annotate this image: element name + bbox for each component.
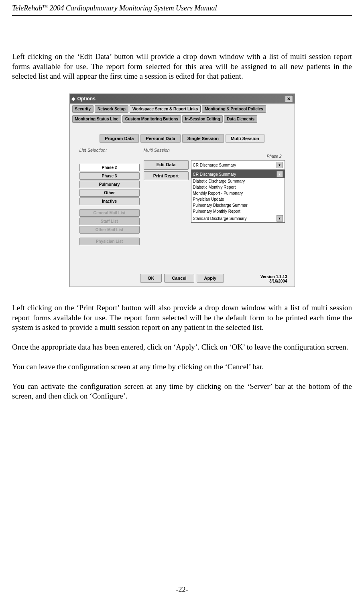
close-icon[interactable]: ✕ [285, 95, 293, 102]
physician-list-group: Physician List [79, 238, 140, 245]
header-rest: 2004 Cardiopulmonary Monitoring System U… [48, 4, 217, 12]
phase-2-button[interactable]: Phase 2 [79, 164, 140, 171]
paragraph-2: Left clicking on the ‘Print Report’ butt… [12, 303, 352, 333]
dropdown-selected-text: CR Discharge Summary [193, 163, 236, 167]
inactive-button[interactable]: Inactive [79, 197, 140, 205]
version-info: Version 1.1.13 3/16/2004 [260, 275, 287, 283]
app-icon: ◆ [71, 96, 75, 102]
mail-list-buttons: General Mail List Staff List Other Mail … [79, 209, 140, 234]
multi-session-label: Multi Session [144, 148, 285, 153]
dropdown-selected-value[interactable]: CR Discharge Summary ▼ [191, 160, 285, 170]
paragraph-3: Once the appropriate data has been enter… [12, 342, 352, 352]
chevron-down-icon[interactable]: ▼ [277, 162, 283, 168]
paragraph-1: Left clicking on the ‘Edit Data’ button … [12, 52, 352, 81]
other-button[interactable]: Other [79, 189, 140, 197]
edit-data-dropdown[interactable]: CR Discharge Summary ▼ CR Discharge Summ… [191, 160, 285, 170]
dialog-titlebar: ◆ Options ✕ [70, 94, 295, 104]
paragraph-4: You can leave the configuration screen a… [12, 362, 352, 372]
dropdown-item-6[interactable]: Pulmonary Monthly Report [191, 208, 285, 214]
scroll-down-icon[interactable]: ▼ [277, 215, 283, 222]
print-report-button[interactable]: Print Report [144, 171, 189, 180]
subtab-single-session[interactable]: Single Session [182, 134, 224, 143]
subtab-personal-data[interactable]: Personal Data [140, 134, 180, 143]
apply-button[interactable]: Apply [197, 274, 224, 283]
tab-custom-monitoring-buttons[interactable]: Custom Monitoring Buttons [122, 115, 181, 123]
dropdown-item-3[interactable]: Monthly Report - Pulmonary [191, 190, 285, 196]
tab-in-session-editing[interactable]: In-Session Editing [182, 115, 223, 123]
phase-3-button[interactable]: Phase 3 [79, 172, 140, 180]
tab-security[interactable]: Security [72, 105, 94, 113]
subtab-multi-session[interactable]: Multi Session [226, 134, 264, 143]
dropdown-item-2[interactable]: Diabetic Monthly Report [191, 184, 285, 190]
list-selection-label: List Selection: [79, 148, 140, 153]
tab-data-elements[interactable]: Data Elements [224, 115, 257, 123]
top-tabs-row-2: Monitoring Status Line Custom Monitoring… [70, 114, 295, 124]
physician-list-button: Physician List [79, 238, 140, 245]
edit-data-button[interactable]: Edit Data [144, 160, 189, 170]
screenshot-container: ◆ Options ✕ Security Network Setup Works… [12, 94, 352, 287]
content-area: List Selection: Phase 2 Phase 3 Pulmonar… [70, 148, 295, 245]
staff-list-button: Staff List [79, 218, 140, 225]
dropdown-item-7-text: Standard Discharge Summary [193, 216, 247, 221]
product-name: TeleRehab [12, 4, 42, 12]
tab-workspace-screen-report-links[interactable]: Workspace Screen & Report Links [130, 105, 201, 113]
other-mail-list-button: Other Mail List [79, 226, 140, 234]
pulmonary-button[interactable]: Pulmonary [79, 181, 140, 188]
subtab-program-data[interactable]: Program Data [100, 134, 139, 143]
multi-session-panel: Multi Session Phase 2 Edit Data CR Disch… [144, 148, 285, 245]
phase-button-list: Phase 2 Phase 3 Pulmonary Other Inactive [79, 164, 140, 205]
page-footer: -22- [0, 586, 364, 594]
dropdown-item-0[interactable]: CR Discharge Summary ▲ [191, 170, 285, 178]
paragraph-5: You can activate the configuration scree… [12, 382, 352, 401]
dropdown-item-5[interactable]: Pulmonary Discharge Summar [191, 202, 285, 208]
version-line-2: 3/16/2004 [260, 279, 287, 283]
options-dialog: ◆ Options ✕ Security Network Setup Works… [69, 94, 295, 287]
dropdown-item-4[interactable]: Physician Update [191, 196, 285, 202]
cancel-button[interactable]: Cancel [164, 274, 194, 283]
version-line-1: Version 1.1.13 [260, 275, 287, 279]
ok-button[interactable]: OK [140, 274, 162, 283]
top-tabs-row-1: Security Network Setup Workspace Screen … [70, 104, 295, 114]
dropdown-item-0-text: CR Discharge Summary [193, 172, 236, 177]
trademark-symbol: ™ [42, 4, 48, 10]
dropdown-list: CR Discharge Summary ▲ Diabetic Discharg… [191, 170, 285, 223]
page-header: TeleRehab™ 2004 Cardiopulmonary Monitori… [12, 4, 352, 16]
tab-network-setup[interactable]: Network Setup [95, 105, 128, 113]
general-mail-list-button: General Mail List [79, 209, 140, 217]
tab-monitoring-protocol-policies[interactable]: Monitoring & Protocol Policies [202, 105, 266, 113]
dropdown-item-7[interactable]: Standard Discharge Summary ▼ [191, 214, 285, 222]
scroll-up-icon[interactable]: ▲ [277, 171, 283, 177]
dropdown-item-1[interactable]: Diabetic Discharge Summary [191, 178, 285, 184]
page-number: -22- [176, 586, 188, 594]
edit-data-row: Edit Data CR Discharge Summary ▼ CR Disc… [144, 160, 285, 170]
tab-monitoring-status-line[interactable]: Monitoring Status Line [72, 115, 121, 123]
sub-tabs-row: Program Data Personal Data Single Sessio… [70, 134, 295, 143]
dialog-title: Options [77, 96, 96, 102]
phase-header: Phase 2 [144, 154, 285, 159]
list-selection-panel: List Selection: Phase 2 Phase 3 Pulmonar… [79, 148, 140, 245]
